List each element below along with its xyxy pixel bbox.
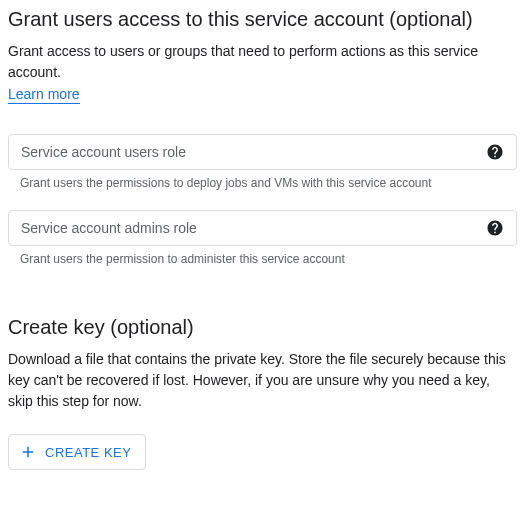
admins-role-field-wrap[interactable] (8, 210, 517, 246)
users-role-helper: Grant users the permissions to deploy jo… (8, 176, 517, 190)
admins-role-helper: Grant users the permission to administer… (8, 252, 517, 266)
create-key-button-label: CREATE KEY (45, 445, 131, 460)
plus-icon (19, 443, 37, 461)
grant-access-title: Grant users access to this service accou… (8, 8, 517, 31)
users-role-input[interactable] (21, 135, 486, 169)
help-icon[interactable] (486, 143, 504, 161)
grant-access-description: Grant access to users or groups that nee… (8, 41, 517, 83)
help-icon[interactable] (486, 219, 504, 237)
create-key-title: Create key (optional) (8, 316, 517, 339)
create-key-description: Download a file that contains the privat… (8, 349, 517, 412)
users-role-field-wrap[interactable] (8, 134, 517, 170)
admins-role-input[interactable] (21, 211, 486, 245)
create-key-button[interactable]: CREATE KEY (8, 434, 146, 470)
learn-more-link[interactable]: Learn more (8, 86, 80, 104)
